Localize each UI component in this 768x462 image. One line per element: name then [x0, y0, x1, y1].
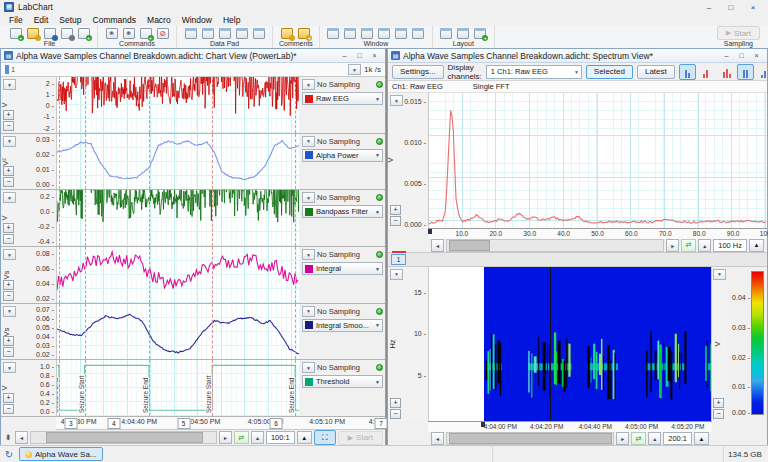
- notes-window-button[interactable]: [377, 27, 392, 40]
- spectrogram-plot[interactable]: [429, 267, 711, 421]
- bar-display-icon[interactable]: [719, 64, 736, 80]
- channel-status-icon[interactable]: [376, 364, 383, 371]
- spectrum-zoom-out-button[interactable]: −: [390, 216, 401, 226]
- tile-window-button[interactable]: [326, 27, 341, 40]
- add-comment-button[interactable]: +: [297, 27, 312, 40]
- time-ratio-value[interactable]: 100:1: [266, 431, 295, 444]
- zoom-window-button[interactable]: [360, 27, 375, 40]
- channel-name-dropdown[interactable]: Integral▼: [302, 262, 383, 275]
- channel-scale-dropdown-icon[interactable]: ▼: [3, 306, 16, 317]
- channel-plot-1[interactable]: [57, 77, 299, 133]
- zoom-in-time-button[interactable]: ▲: [297, 431, 312, 444]
- channel-status-icon[interactable]: [376, 308, 383, 315]
- settings-button[interactable]: Settings...: [392, 65, 444, 79]
- spectrum-zoom-in-button[interactable]: +: [390, 205, 401, 215]
- sampling-start-button[interactable]: ▶Start: [717, 26, 760, 40]
- channel-zoom-out-button[interactable]: −: [3, 404, 14, 414]
- channel-scale-dropdown-icon[interactable]: ▼: [3, 249, 16, 260]
- menu-item-file[interactable]: File: [4, 15, 28, 25]
- save-file-button[interactable]: [42, 27, 57, 40]
- comment-marker-3[interactable]: 3: [64, 418, 77, 429]
- channel-zoom-out-button[interactable]: −: [3, 234, 14, 244]
- channel-zoom-in-button[interactable]: +: [3, 336, 14, 346]
- spectrogram-scroll-thumb[interactable]: [449, 433, 612, 444]
- datapad-graph-button[interactable]: [251, 27, 266, 40]
- channel-status-icon[interactable]: [376, 138, 383, 145]
- menu-item-setup[interactable]: Setup: [54, 15, 86, 25]
- sampling-dropdown-icon[interactable]: ▼: [302, 136, 315, 147]
- spectrum-range-value[interactable]: 100 Hz: [713, 239, 747, 252]
- spectrogram-cursor-line[interactable]: [550, 267, 551, 421]
- macro-stop-button[interactable]: ⊘: [155, 27, 170, 40]
- print-button[interactable]: [59, 27, 74, 40]
- compress-time-icon[interactable]: ⇄: [234, 431, 249, 444]
- channel-zoom-in-button[interactable]: +: [3, 166, 14, 176]
- stimulator-button[interactable]: +: [138, 27, 153, 40]
- spectrogram-scale-dropdown-icon[interactable]: ▼: [390, 269, 403, 280]
- channel-zoom-out-button[interactable]: −: [3, 177, 14, 187]
- app-close-button[interactable]: ×: [742, 1, 764, 14]
- open-file-button[interactable]: [25, 27, 40, 40]
- datapad-view-button[interactable]: [183, 27, 198, 40]
- spectrogram-zoom-out-x-button[interactable]: ▴: [648, 432, 661, 445]
- power-view-icon[interactable]: [697, 64, 714, 80]
- new-file-button[interactable]: +: [8, 27, 23, 40]
- channel-scale-dropdown-icon[interactable]: ▼: [3, 79, 16, 90]
- amplitude-view-icon[interactable]: [679, 64, 696, 80]
- menu-item-macro[interactable]: Macro: [142, 15, 176, 25]
- spectrogram-compress-icon[interactable]: ⇄: [631, 432, 646, 445]
- chart-window-button[interactable]: [343, 27, 358, 40]
- channel-plot-4[interactable]: [57, 247, 299, 303]
- datapad-add-button[interactable]: [200, 27, 215, 40]
- comment-marker-4[interactable]: 4: [107, 418, 120, 429]
- spectrum-compress-icon[interactable]: ⇄: [681, 239, 696, 252]
- colorscale-dropdown-icon[interactable]: ▼: [713, 269, 726, 280]
- channel-plot-2[interactable]: [57, 134, 299, 190]
- channel-zoom-out-button[interactable]: −: [3, 291, 14, 301]
- channel-scale-dropdown-icon[interactable]: ▼: [3, 362, 16, 373]
- colorscale-zoom-out-button[interactable]: −: [713, 409, 724, 419]
- channel-plot-5[interactable]: [57, 304, 299, 360]
- channel-zoom-in-button[interactable]: +: [3, 223, 14, 233]
- sampling-dropdown-icon[interactable]: ▼: [302, 192, 315, 203]
- chart-close-button[interactable]: ×: [367, 50, 382, 61]
- spectrum-scroll-thumb[interactable]: [449, 240, 490, 251]
- channel-zoom-in-button[interactable]: +: [3, 110, 14, 120]
- graph-window-button[interactable]: [394, 27, 409, 40]
- datapad-select-button[interactable]: [217, 27, 232, 40]
- spectrogram-h-scrollbar[interactable]: [446, 432, 614, 445]
- channel-zoom-in-button[interactable]: +: [3, 280, 14, 290]
- comment-marker-6[interactable]: 6: [270, 418, 283, 429]
- line-display-icon[interactable]: [755, 64, 768, 80]
- spectrogram-ratio-value[interactable]: 200:1: [663, 432, 692, 445]
- channel-status-icon[interactable]: [376, 81, 383, 88]
- spectrum-scroll-left-button[interactable]: ◂: [431, 239, 444, 252]
- spectrum-zoom-in-x-button[interactable]: ▲: [749, 239, 764, 252]
- selected-button[interactable]: Selected: [586, 65, 633, 79]
- channel-scale-dropdown-icon[interactable]: ▼: [3, 136, 16, 147]
- spectrum-window-title-bar[interactable]: ▤ Alpha Wave Samples Channel Breakdown.a…: [388, 49, 767, 63]
- channel-status-icon[interactable]: [376, 251, 383, 258]
- datapad-options-button[interactable]: [234, 27, 249, 40]
- channel-plot-3[interactable]: [57, 190, 299, 246]
- menu-item-window[interactable]: Window: [177, 15, 217, 25]
- chart-start-button[interactable]: ▶Start: [338, 431, 383, 445]
- show-comments-button[interactable]: [280, 27, 295, 40]
- fft-plot[interactable]: [429, 93, 767, 228]
- spectrum-minimize-button[interactable]: –: [719, 50, 734, 61]
- channel-scale-dropdown-icon[interactable]: ▼: [3, 192, 16, 203]
- sampling-dropdown-icon[interactable]: ▼: [302, 362, 315, 373]
- document-task-button[interactable]: Alpha Wave Sa...: [19, 447, 103, 461]
- scroll-right-button[interactable]: ▸: [219, 431, 232, 444]
- spectrum-close-button[interactable]: ×: [749, 50, 764, 61]
- fft-tab-1[interactable]: 1: [391, 251, 406, 265]
- spectrogram-scroll-left-button[interactable]: ◂: [431, 432, 444, 445]
- sampling-dropdown-icon[interactable]: ▼: [302, 306, 315, 317]
- spectrogram-zoom-in-x-button[interactable]: ▲: [694, 432, 709, 445]
- channel-name-dropdown[interactable]: Integral Smoo...▼: [302, 319, 383, 332]
- app-maximize-button[interactable]: □: [720, 1, 742, 14]
- layout-new-button[interactable]: +: [473, 27, 488, 40]
- sampling-dropdown-icon[interactable]: ▼: [302, 79, 315, 90]
- channel-name-dropdown[interactable]: Bandpass Filter▼: [302, 205, 383, 218]
- spectrum-maximize-button[interactable]: □: [734, 50, 749, 61]
